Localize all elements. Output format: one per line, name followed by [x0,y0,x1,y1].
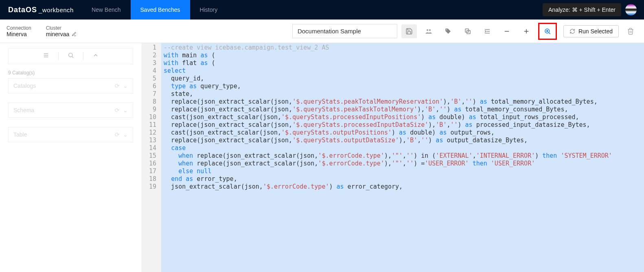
save-icon [405,28,413,35]
top-nav: DataOS _workbench New Bench Saved Benche… [0,0,644,20]
code-line[interactable]: state, [164,90,612,98]
line-number: 17 [149,168,156,175]
chevron-down-icon: ⌄ [123,107,128,113]
schema-placeholder: Schema [13,107,34,113]
refresh-icon[interactable]: ⟳ [115,83,120,89]
analyze-tooltip: Analyze: ⌘ + Shift + Enter [543,3,621,16]
line-number: 12 [149,129,156,137]
tab-new-bench[interactable]: New Bench [82,0,131,20]
line-number: 15 [149,152,156,160]
code-line[interactable]: case [164,144,612,152]
format-button[interactable] [480,24,495,38]
svg-line-18 [72,57,73,58]
trash-icon [627,28,634,35]
line-number: 4 [149,67,156,75]
code-line[interactable]: query_id, [164,75,612,83]
code-line[interactable]: when replace(json_extract_scalar(json,'$… [164,152,612,160]
delete-button[interactable] [623,24,638,38]
cluster-value[interactable]: minervaa [46,31,77,37]
copy-icon [464,28,471,35]
brand-logo: DataOS _workbench [0,6,82,14]
line-number: 14 [149,144,156,152]
indent-icon [484,28,491,35]
save-button[interactable] [401,24,417,38]
share-button[interactable] [421,24,436,38]
connection-value[interactable]: Minerva [7,31,31,37]
code-line[interactable]: replace(json_extract_scalar(json,'$.quer… [164,106,612,113]
code-line[interactable]: json_extract_scalar(json,'$.errorCode.ty… [164,183,612,191]
line-number: 19 [149,183,156,191]
analyze-button[interactable] [540,24,555,38]
svg-point-17 [68,53,72,57]
copy-button[interactable] [460,24,475,38]
zoom-out-button[interactable] [499,24,515,38]
svg-point-2 [446,29,447,30]
code-line[interactable]: with main as ( [164,52,612,59]
analyze-icon [544,28,551,35]
brand-name: DataOS [8,6,37,14]
svg-point-0 [427,29,429,31]
refresh-icon [570,28,575,34]
line-number: 9 [149,106,156,113]
code-line[interactable]: type as query_type, [164,83,612,90]
chevron-down-icon: ⌄ [123,83,128,89]
line-number: 3 [149,59,156,67]
tab-saved-benches[interactable]: Saved Benches [131,0,190,20]
search-icon[interactable] [68,52,74,60]
line-gutter: 12345678910111213141516171819 [142,43,161,272]
svg-point-1 [429,29,431,31]
plus-icon [523,28,530,35]
code-line[interactable]: else null [164,168,612,175]
schema-select[interactable]: Schema ⟳⌄ [8,102,133,118]
cluster-value-text: minervaa [46,31,70,37]
separator [83,52,83,60]
catalog-sidebar: 9 Catalog(s) Catalogs ⟳⌄ Schema ⟳⌄ Table… [0,43,142,272]
svg-line-12 [549,33,550,34]
line-number: 16 [149,160,156,168]
sql-editor[interactable]: 12345678910111213141516171819 --create v… [142,43,644,272]
menu-icon[interactable] [43,52,49,60]
tag-button[interactable] [440,24,456,38]
line-number: 5 [149,75,156,83]
line-number: 10 [149,113,156,121]
users-icon [425,28,432,35]
catalogs-placeholder: Catalogs [13,83,36,89]
code-line[interactable]: cast(json_extract_scalar(json,'$.querySt… [164,129,612,137]
cluster-label: Cluster [46,25,77,31]
run-selected-label: Run Selected [578,28,613,35]
catalogs-select[interactable]: Catalogs ⟳⌄ [8,78,133,94]
code-line[interactable]: replace(json_extract_scalar(json,'$.quer… [164,137,612,144]
code-line[interactable]: replace(json_extract_scalar(json,'$.quer… [164,121,612,129]
connection-block: Connection Minerva [7,25,31,37]
zoom-in-button[interactable] [519,24,534,38]
bench-title-input[interactable] [292,24,397,38]
edit-icon[interactable] [72,32,77,37]
sidebar-tools [8,48,133,64]
refresh-icon[interactable]: ⟳ [115,131,120,138]
line-number: 13 [149,137,156,144]
main-tabs: New Bench Saved Benches History [82,0,227,20]
brand-sub: _workbench [39,7,74,13]
line-number: 1 [149,44,156,52]
line-number: 18 [149,175,156,183]
code-line[interactable]: --create view icebase.campaign.test_view… [164,44,612,52]
run-selected-button[interactable]: Run Selected [563,25,619,37]
collapse-icon[interactable] [92,52,99,60]
tab-history[interactable]: History [190,0,228,20]
refresh-icon[interactable]: ⟳ [115,107,120,113]
table-select[interactable]: Table ⟳⌄ [8,127,133,142]
code-area[interactable]: --create view icebase.campaign.test_view… [161,43,615,272]
user-avatar[interactable] [625,4,637,15]
line-number: 7 [149,90,156,98]
code-line[interactable]: when replace(json_extract_scalar(json,'$… [164,160,612,168]
svg-point-13 [547,30,548,31]
separator [58,52,59,60]
code-line[interactable]: end as error_type, [164,175,612,183]
cluster-block: Cluster minervaa [46,25,77,37]
code-line[interactable]: select [164,67,612,75]
line-number: 2 [149,52,156,59]
code-line[interactable]: replace(json_extract_scalar(json,'$.quer… [164,98,612,106]
line-number: 6 [149,83,156,90]
code-line[interactable]: with flat as ( [164,59,612,67]
code-line[interactable]: cast(json_extract_scalar(json,'$.querySt… [164,113,612,121]
